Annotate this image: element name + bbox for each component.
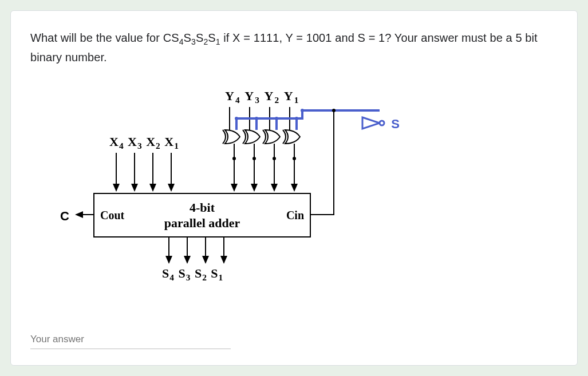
question-line: What will be the value for CS4S3S2S1 if … <box>30 31 538 64</box>
parallel-adder-box: Cout 4-bit parallel adder Cin <box>93 193 311 238</box>
cin-label: Cin <box>286 209 304 222</box>
adder-label-line2: parallel adder <box>164 216 240 230</box>
adder-label: 4-bit parallel adder <box>94 200 310 231</box>
svg-point-12 <box>235 117 238 120</box>
x-input-labels: X4 X3 X2 X1 <box>109 134 179 149</box>
circuit-diagram: Y4 Y3 Y2 Y1 X4 X3 X2 X1 S4 S3 S2 S1 C S … <box>36 84 402 290</box>
s-control-symbol: S <box>391 117 400 132</box>
svg-point-26 <box>332 109 336 112</box>
c-output-symbol: C <box>60 209 69 224</box>
svg-point-24 <box>273 157 276 160</box>
svg-point-16 <box>301 109 304 112</box>
svg-point-15 <box>295 117 298 120</box>
question-card: What will be the value for CS4S3S2S1 if … <box>10 10 578 366</box>
answer-row <box>30 330 558 349</box>
y-input-labels: Y4 Y3 Y2 Y1 <box>225 89 299 104</box>
svg-point-14 <box>275 117 278 120</box>
svg-point-13 <box>255 117 258 120</box>
svg-point-22 <box>232 157 236 160</box>
svg-point-25 <box>293 157 296 160</box>
svg-point-17 <box>380 121 384 125</box>
s-output-labels: S4 S3 S2 S1 <box>162 266 223 281</box>
cout-label: Cout <box>100 209 124 222</box>
wiring-svg <box>36 84 402 290</box>
answer-input[interactable] <box>30 330 231 349</box>
question-text: What will be the value for CS4S3S2S1 if … <box>30 28 558 67</box>
adder-label-line1: 4-bit <box>190 200 215 215</box>
svg-point-23 <box>252 157 256 160</box>
